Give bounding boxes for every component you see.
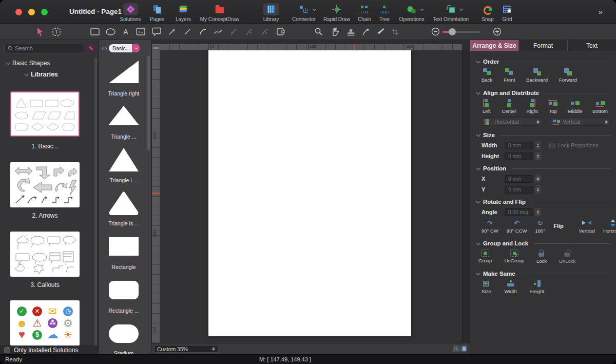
edit-vertex-tool[interactable] — [243, 26, 255, 38]
search-box[interactable] — [4, 44, 84, 53]
zoom-window-button[interactable] — [41, 9, 48, 15]
eyedropper-tool[interactable] — [359, 26, 372, 38]
rectangle-tool[interactable] — [89, 26, 101, 38]
zoom-in-button[interactable] — [491, 26, 503, 38]
shape-triangle-isoceles[interactable] — [99, 148, 148, 171]
group-button[interactable]: Group — [478, 250, 492, 263]
toolbar-item-text-orientation[interactable]: Text Orientation — [433, 3, 469, 22]
zoom-slider-knob[interactable] — [449, 28, 456, 35]
x-stepper[interactable] — [535, 175, 541, 183]
toolbar-item-snap[interactable]: Snap — [479, 3, 496, 22]
rotate-90ccw-button[interactable]: ↶ 90° CCW — [507, 220, 527, 234]
arc-tool[interactable] — [197, 26, 209, 38]
section-group-lock[interactable]: Group and Lock — [476, 240, 611, 246]
solutions-filter-icon[interactable]: ✎ — [86, 44, 95, 53]
library-preview-callouts[interactable] — [10, 232, 80, 277]
mobile-preview-button[interactable] — [460, 346, 467, 352]
order-front-button[interactable]: Front — [504, 68, 515, 83]
align-middle-button[interactable]: Middle — [568, 99, 582, 114]
tree-item-basic-shapes[interactable]: Basic Shapes — [6, 60, 50, 67]
toolbar-item-library[interactable]: Library — [263, 3, 279, 22]
ruler-unit-box[interactable]: mm — [152, 44, 160, 50]
align-right-button[interactable]: Right — [526, 99, 537, 114]
lock-button[interactable]: Lock — [536, 250, 547, 264]
text-block-tool[interactable]: T — [134, 26, 147, 38]
width-input[interactable]: 0 mm — [505, 142, 533, 149]
minimize-window-button[interactable] — [28, 9, 35, 15]
line-tool[interactable] — [181, 26, 194, 38]
toolbar-item-solutions[interactable]: Solutions — [120, 3, 141, 22]
section-rotate-flip[interactable]: Rotate and Flip — [476, 199, 611, 205]
zoom-tool[interactable] — [312, 26, 324, 38]
zoom-level-selector[interactable]: Custom 35% — [154, 345, 218, 353]
height-input[interactable]: 0 mm — [505, 152, 533, 160]
width-stepper[interactable] — [535, 141, 541, 149]
y-stepper[interactable] — [535, 185, 541, 194]
library-forward-button[interactable]: › — [105, 45, 107, 52]
section-position[interactable]: Position — [476, 165, 611, 171]
library-preview-basic[interactable] — [10, 91, 80, 137]
toolbar-item-operations[interactable]: Operations — [399, 3, 425, 22]
height-stepper[interactable] — [535, 152, 541, 160]
section-order[interactable]: Order — [476, 59, 611, 65]
shape-stadium[interactable] — [99, 324, 148, 343]
library-preview-symbols[interactable]: ✓ ✕ ✉ ◷ ☻ ⚠ ⁂ ⚙ ♥ $ ☁ ☀ — [10, 300, 80, 346]
toolbar-item-pages[interactable]: Pages — [149, 3, 165, 22]
ungroup-button[interactable]: UnGroup — [504, 250, 524, 263]
library-back-button[interactable]: ‹ — [102, 45, 104, 52]
add-vertex-tool[interactable] — [227, 26, 240, 38]
select-tool[interactable] — [34, 26, 46, 38]
tab-arrange-size[interactable]: Arrange & Size — [470, 40, 519, 51]
make-same-height-button[interactable]: Height — [530, 280, 544, 294]
text-tool[interactable]: A — [120, 26, 132, 38]
library-selector[interactable]: Basic... — [109, 44, 140, 52]
flip-horizontal-button[interactable]: Horizontal — [603, 219, 616, 234]
callout-tool[interactable] — [150, 26, 163, 38]
presentation-mode-button[interactable] — [453, 346, 459, 352]
tree-item-libraries[interactable]: Libraries — [25, 71, 58, 78]
align-center-button[interactable]: Center — [502, 99, 516, 114]
align-top-button[interactable]: Top — [548, 99, 558, 114]
toolbar-item-grid[interactable]: Grid — [499, 3, 515, 22]
ellipse-tool[interactable] — [104, 26, 117, 38]
rotate-180-button[interactable]: ↻ 180° — [535, 220, 546, 234]
format-painter-tool[interactable] — [374, 26, 386, 38]
search-input[interactable] — [15, 45, 81, 51]
distribute-horizontal-select[interactable]: Horizontal — [482, 118, 543, 126]
toolbar-overflow-button[interactable]: » — [599, 7, 602, 16]
stamp-tool[interactable] — [344, 26, 357, 38]
toolbar-item-layers[interactable]: Layers — [175, 3, 192, 22]
shape-edit-tool[interactable] — [274, 26, 286, 38]
shape-rectangle[interactable] — [99, 237, 148, 256]
align-left-button[interactable]: Left — [482, 99, 492, 114]
delete-vertex-tool[interactable] — [258, 26, 271, 38]
shape-triangle[interactable] — [99, 106, 148, 125]
unlock-button[interactable]: UnLock — [559, 250, 575, 264]
canvas-vertical-scrollbar[interactable] — [462, 50, 470, 343]
library-selector-dropdown-button[interactable] — [132, 44, 140, 52]
distribute-vertical-select[interactable]: Vertical — [550, 118, 611, 126]
only-installed-checkbox[interactable] — [4, 347, 10, 353]
freehand-tool[interactable] — [212, 26, 224, 38]
direct-connector-tool[interactable] — [166, 26, 178, 38]
section-make-same[interactable]: Make Same — [476, 271, 611, 277]
tab-format[interactable]: Format — [519, 40, 568, 51]
rotate-90cw-button[interactable]: ↷ 90° CW — [482, 220, 498, 234]
sidebar-scrollbar[interactable] — [94, 58, 97, 348]
flip-vertical-button[interactable]: Vertical — [579, 219, 595, 234]
shape-triangle-right[interactable] — [99, 61, 148, 83]
toolbar-item-chain[interactable]: Chain — [356, 3, 373, 22]
lock-proportions-checkbox[interactable] — [549, 143, 555, 148]
drawing-viewport[interactable] — [160, 50, 462, 343]
pan-tool[interactable] — [329, 26, 341, 38]
align-bottom-button[interactable]: Bottom — [592, 99, 608, 114]
x-position-input[interactable]: 0 mm — [505, 175, 533, 183]
library-preview-arrows[interactable] — [10, 162, 80, 207]
toolbar-item-my-conceptdraw[interactable]: My ConceptDraw — [200, 3, 240, 22]
text-select-tool[interactable]: T — [50, 26, 63, 38]
zoom-slider[interactable] — [442, 31, 480, 33]
shape-triangle-rounded[interactable] — [99, 191, 148, 215]
order-backward-button[interactable]: Backward — [526, 68, 548, 83]
zoom-out-button[interactable] — [429, 26, 441, 38]
shape-rectangle-rounded[interactable] — [99, 281, 148, 299]
